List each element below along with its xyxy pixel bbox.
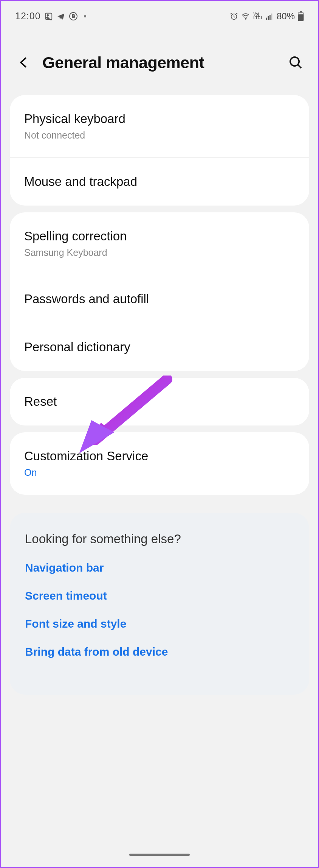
svg-rect-8 — [269, 15, 271, 20]
volte-icon: Vo)LTE1 — [253, 12, 262, 20]
page-title: General management — [42, 53, 285, 72]
telegram-icon — [57, 12, 65, 20]
b-circle-icon: B — [69, 12, 78, 21]
settings-group-customization: Customization Service On — [10, 432, 309, 495]
battery-icon — [298, 11, 304, 21]
image-icon — [45, 12, 53, 20]
passwords-autofill-item[interactable]: Passwords and autofill — [10, 275, 309, 323]
settings-group-text: Spelling correction Samsung Keyboard Pas… — [10, 212, 309, 371]
item-title: Passwords and autofill — [24, 292, 295, 306]
svg-rect-6 — [266, 17, 267, 19]
item-title: Mouse and trackpad — [24, 175, 295, 189]
personal-dictionary-item[interactable]: Personal dictionary — [10, 323, 309, 371]
physical-keyboard-item[interactable]: Physical keyboard Not connected — [10, 95, 309, 157]
item-title: Customization Service — [24, 449, 295, 463]
customization-service-item[interactable]: Customization Service On — [10, 432, 309, 495]
related-title: Looking for something else? — [25, 532, 294, 546]
status-bar: 12:00 B Vo)LTE1 80% — [1, 1, 318, 25]
item-title: Personal dictionary — [24, 340, 295, 354]
related-settings-card: Looking for something else? Navigation b… — [10, 513, 309, 695]
navigation-bar-link[interactable]: Navigation bar — [25, 561, 294, 574]
item-subtitle: Not connected — [24, 130, 295, 141]
svg-text:B: B — [72, 14, 75, 19]
item-title: Spelling correction — [24, 229, 295, 243]
screen-timeout-link[interactable]: Screen timeout — [25, 589, 294, 602]
wifi-icon — [241, 12, 250, 20]
spelling-correction-item[interactable]: Spelling correction Samsung Keyboard — [10, 212, 309, 275]
item-subtitle: Samsung Keyboard — [24, 247, 295, 258]
signal-icon — [265, 12, 274, 20]
svg-point-1 — [47, 14, 48, 16]
back-button[interactable] — [13, 52, 34, 73]
item-title: Physical keyboard — [24, 112, 295, 126]
reset-item[interactable]: Reset — [10, 378, 309, 425]
font-size-style-link[interactable]: Font size and style — [25, 617, 294, 630]
svg-point-13 — [290, 57, 299, 66]
settings-group-input: Physical keyboard Not connected Mouse an… — [10, 95, 309, 206]
svg-rect-9 — [271, 13, 273, 19]
item-title: Reset — [24, 394, 295, 409]
search-button[interactable] — [285, 52, 306, 73]
alarm-icon — [230, 12, 238, 20]
status-time: 12:00 — [15, 11, 41, 22]
svg-point-5 — [245, 18, 246, 19]
svg-rect-7 — [268, 16, 269, 20]
settings-group-reset: Reset — [10, 378, 309, 425]
home-indicator[interactable] — [129, 854, 190, 856]
battery-percent: 80% — [277, 11, 295, 22]
svg-rect-12 — [298, 14, 304, 21]
svg-line-14 — [298, 65, 301, 68]
status-dot-icon — [84, 15, 86, 17]
bring-data-link[interactable]: Bring data from old device — [25, 645, 294, 658]
page-header: General management — [1, 25, 318, 88]
mouse-trackpad-item[interactable]: Mouse and trackpad — [10, 157, 309, 206]
item-subtitle: On — [24, 467, 295, 478]
